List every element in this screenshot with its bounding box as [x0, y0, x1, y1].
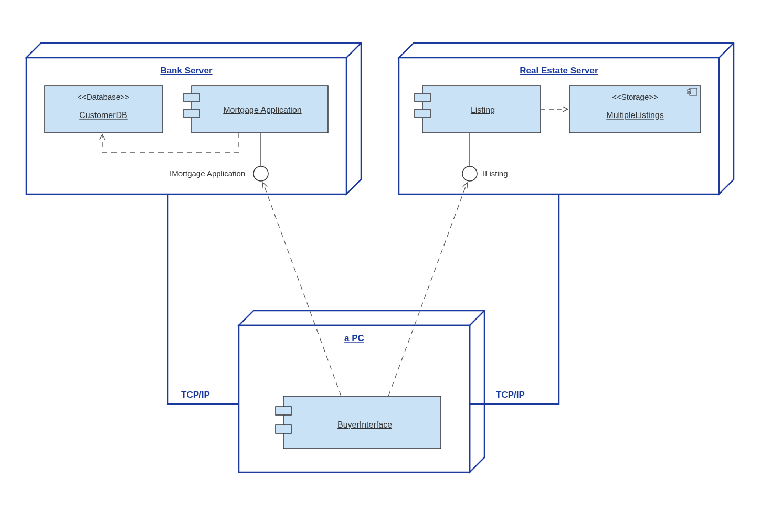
tcpip-left-label: TCP/IP: [181, 390, 210, 400]
deployment-diagram: Bank Server <<Database>> CustomerDB Mort…: [0, 0, 761, 532]
customer-db-stereotype: <<Database>>: [77, 92, 129, 101]
customer-db-component: <<Database>> CustomerDB: [45, 86, 163, 133]
svg-rect-11: [415, 93, 430, 102]
buyer-interface-name: BuyerInterface: [337, 420, 392, 429]
bank-server-node: Bank Server <<Database>> CustomerDB Mort…: [26, 43, 361, 194]
listing-name: Listing: [471, 105, 495, 114]
ilisting-interface-icon: [462, 166, 477, 181]
tcpip-right-label: TCP/IP: [496, 390, 525, 400]
pc-node: a PC BuyerInterface: [239, 311, 484, 472]
tcpip-left-link: [168, 194, 239, 404]
buyer-interface-component: BuyerInterface: [276, 396, 441, 449]
bank-server-title: Bank Server: [160, 66, 213, 76]
multiple-listings-name: MultipleListings: [606, 111, 663, 120]
customer-db-name: CustomerDB: [79, 111, 128, 120]
multiple-listings-stereotype: <<Storage>>: [612, 92, 658, 101]
mortgage-app-name: Mortgage Application: [223, 105, 301, 114]
listing-component: Listing: [415, 86, 541, 133]
svg-rect-21: [276, 407, 291, 415]
svg-rect-22: [276, 425, 291, 433]
imortgage-label: IMortgage Application: [170, 169, 245, 178]
svg-rect-15: [688, 90, 691, 91]
svg-rect-16: [688, 92, 691, 94]
svg-rect-12: [415, 109, 430, 118]
imortgage-interface-icon: [253, 166, 268, 181]
svg-rect-6: [184, 109, 199, 118]
ilisting-label: IListing: [483, 169, 508, 178]
mortgage-app-component: Mortgage Application: [184, 86, 328, 133]
real-estate-server-title: Real Estate Server: [520, 66, 598, 76]
multiple-listings-component: <<Storage>> MultipleListings: [569, 86, 701, 133]
svg-rect-5: [184, 93, 199, 102]
pc-title: a PC: [344, 333, 364, 343]
real-estate-server-node: Real Estate Server Listing <<Storage>> M…: [399, 43, 734, 194]
